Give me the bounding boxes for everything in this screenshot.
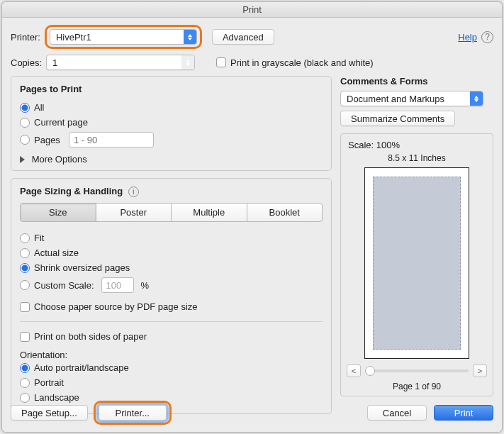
segment-size[interactable]: Size: [20, 203, 96, 222]
sizing-group: Page Sizing & Handling i Size Poster Mul…: [11, 178, 332, 414]
shrink-oversized-radio[interactable]: Shrink oversized pages: [20, 262, 130, 273]
sizing-segment-control: Size Poster Multiple Booklet: [20, 203, 323, 222]
pages-current-label: Current page: [34, 117, 88, 128]
pages-to-print-group: Pages to Print All Current page Pages: [11, 76, 332, 171]
pages-all-radio[interactable]: All: [20, 102, 44, 113]
pages-range-label: Pages: [34, 135, 60, 145]
printer-select[interactable]: HivePtr1: [50, 29, 197, 45]
slider-thumb[interactable]: [365, 366, 375, 376]
preview-panel: Scale: 100% 8.5 x 11 Inches < > Page 1 o…: [340, 133, 493, 396]
help-link[interactable]: Help: [458, 32, 477, 43]
print-dialog: Print Printer: HivePtr1 Advanced Help ? …: [1, 1, 503, 433]
grayscale-label: Print in grayscale (black and white): [230, 57, 374, 68]
more-options-label: More Options: [32, 154, 87, 165]
help-icon[interactable]: ?: [481, 31, 493, 43]
pages-current-radio[interactable]: Current page: [20, 117, 88, 128]
pages-range-radio[interactable]: Pages: [20, 132, 154, 148]
preview-page-slider[interactable]: [365, 369, 469, 372]
pages-to-print-title: Pages to Print: [20, 84, 323, 94]
orientation-auto-radio[interactable]: Auto portrait/landscape: [20, 362, 129, 373]
printer-label: Printer:: [11, 32, 40, 43]
page-setup-button[interactable]: Page Setup...: [11, 405, 88, 421]
scale-label: Scale: 100%: [348, 140, 487, 150]
print-button[interactable]: Print: [434, 405, 493, 421]
advanced-button[interactable]: Advanced: [212, 29, 274, 45]
chevron-updown-icon: [184, 30, 196, 44]
printer-button-highlight: Printer...: [94, 401, 172, 425]
segment-poster[interactable]: Poster: [96, 203, 172, 222]
orientation-label: Orientation:: [20, 350, 323, 360]
custom-scale-input[interactable]: [101, 277, 134, 293]
segment-booklet[interactable]: Booklet: [247, 203, 323, 222]
actual-size-radio[interactable]: Actual size: [20, 247, 79, 258]
pages-all-label: All: [34, 102, 44, 113]
summarize-comments-button[interactable]: Summarize Comments: [340, 111, 455, 126]
comments-select[interactable]: Document and Markups: [340, 91, 483, 106]
segment-multiple[interactable]: Multiple: [171, 203, 247, 222]
printer-highlight: HivePtr1: [45, 25, 202, 49]
preview-next-button[interactable]: >: [473, 365, 487, 377]
comments-select-value: Document and Markups: [347, 94, 470, 104]
printer-select-value: HivePtr1: [56, 32, 184, 43]
paper-size-label: 8.5 x 11 Inches: [347, 153, 487, 163]
fit-radio[interactable]: Fit: [20, 233, 44, 243]
copies-stepper[interactable]: 1: [46, 55, 195, 70]
printer-button[interactable]: Printer...: [99, 405, 167, 421]
custom-scale-radio[interactable]: Custom Scale: %: [20, 277, 149, 293]
page-thumbnail: [373, 177, 461, 350]
cancel-button[interactable]: Cancel: [367, 405, 427, 421]
page-count-label: Page 1 of 90: [347, 382, 487, 391]
chevron-updown-icon: [181, 55, 194, 69]
grayscale-checkbox[interactable]: Print in grayscale (black and white): [216, 57, 374, 68]
info-icon[interactable]: i: [128, 187, 139, 197]
orientation-portrait-radio[interactable]: Portrait: [20, 377, 64, 388]
page-preview: [364, 167, 469, 359]
chevron-updown-icon: [470, 91, 483, 106]
disclosure-triangle-icon: [20, 156, 25, 163]
preview-prev-button[interactable]: <: [347, 365, 361, 377]
sizing-title: Page Sizing & Handling i: [20, 186, 323, 197]
comments-title: Comments & Forms: [340, 76, 493, 87]
copies-label: Copies:: [11, 57, 42, 68]
choose-paper-checkbox[interactable]: Choose paper source by PDF page size: [20, 301, 198, 312]
pages-range-input[interactable]: [69, 132, 154, 148]
duplex-checkbox[interactable]: Print on both sides of paper: [20, 331, 147, 342]
copies-value: 1: [52, 57, 181, 68]
window-title: Print: [2, 2, 502, 18]
more-options-disclosure[interactable]: More Options: [20, 154, 323, 165]
